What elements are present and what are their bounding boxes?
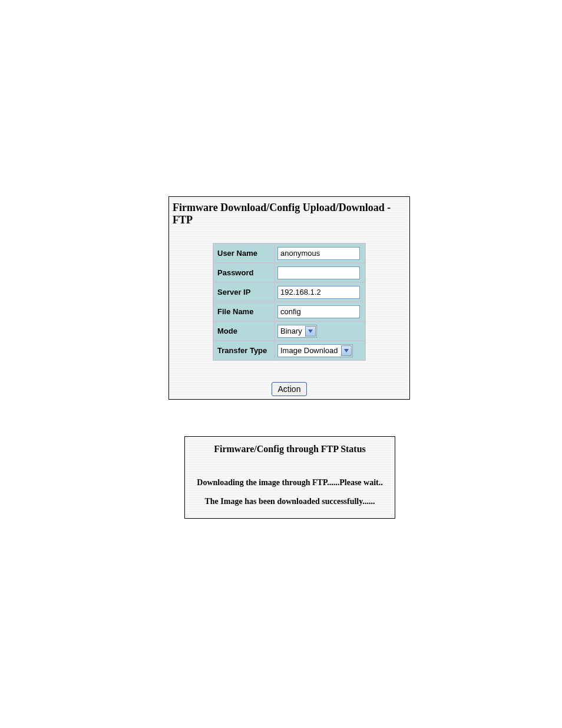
status-message-downloading: Downloading the image through FTP......P… — [185, 454, 395, 487]
row-mode: Mode Binary — [214, 322, 365, 340]
ftp-status-panel: Firmware/Config through FTP Status Downl… — [184, 436, 395, 519]
status-message-success: The Image has been downloaded successful… — [185, 487, 395, 506]
mode-select[interactable]: Binary — [277, 325, 317, 338]
action-button[interactable]: Action — [272, 382, 308, 396]
row-server-ip: Server IP — [214, 283, 365, 301]
label-password: Password — [214, 263, 274, 282]
label-username: User Name — [214, 244, 274, 262]
row-transfer-type: Transfer Type Image Download — [214, 341, 365, 360]
password-input[interactable] — [277, 266, 360, 279]
row-password: Password — [214, 263, 365, 282]
mode-select-value: Binary — [278, 327, 305, 335]
ftp-form-panel: Firmware Download/Config Upload/Download… — [168, 196, 410, 400]
chevron-down-icon — [305, 326, 316, 337]
label-server-ip: Server IP — [214, 283, 274, 301]
status-title: Firmware/Config through FTP Status — [185, 437, 395, 454]
label-mode: Mode — [214, 322, 274, 340]
chevron-down-icon — [341, 345, 352, 356]
label-transfer-type: Transfer Type — [214, 341, 274, 360]
row-file-name: File Name — [214, 302, 365, 321]
file-name-input[interactable] — [277, 305, 360, 318]
form-title: Firmware Download/Config Upload/Download… — [169, 197, 409, 226]
server-ip-input[interactable] — [277, 286, 360, 299]
svg-marker-1 — [344, 349, 349, 353]
svg-marker-0 — [308, 330, 313, 333]
row-username: User Name — [214, 244, 365, 262]
form-table: User Name Password Server IP File Name M… — [213, 243, 366, 361]
username-input[interactable] — [277, 247, 360, 260]
label-file-name: File Name — [214, 302, 274, 321]
transfer-type-select[interactable]: Image Download — [277, 344, 353, 357]
transfer-type-select-value: Image Download — [278, 346, 340, 355]
